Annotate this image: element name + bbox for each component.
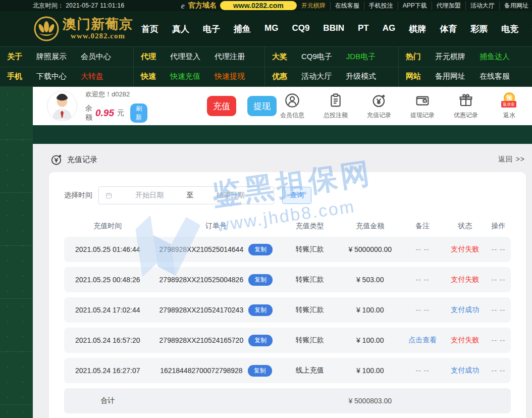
records-card: 选择时间 开始日期 至 结束日期 查询 充值时间订单号充值类型充值金额备注状态操… <box>49 172 526 418</box>
nav-item[interactable]: 彩票 <box>470 23 488 35</box>
topbar-link[interactable]: 活动大厅 <box>466 2 500 10</box>
cell-order-number: 2798928XX210524170243 复制 <box>151 304 281 316</box>
subnav-link[interactable]: 会员中心 <box>81 52 111 62</box>
subnav-link[interactable]: 下载中心 <box>36 72 67 81</box>
cell-recharge-type: 转账汇款 <box>281 336 339 345</box>
cell-note: -- -- <box>401 367 444 375</box>
nav-item[interactable]: AG <box>383 23 396 35</box>
subnav-group: 关于牌照展示会员中心手机下载中心大转盘 <box>0 47 134 86</box>
subnav-link[interactable]: 大转盘 <box>81 72 103 81</box>
date-range-input[interactable]: 开始日期 至 结束日期 <box>98 186 274 204</box>
total-bets-item[interactable]: 总投注额 <box>320 92 351 120</box>
table-header-cell: 备注 <box>401 222 444 231</box>
balance-unit: 元 <box>117 109 124 118</box>
subnav-link[interactable]: 代理登入 <box>170 52 200 62</box>
topbar-link[interactable]: APP下载 <box>398 2 432 10</box>
avatar[interactable] <box>47 91 77 121</box>
cell-note[interactable]: 点击查看 <box>401 336 444 345</box>
table-row: 2021.05.24 16:57:20 2798928XX21052416572… <box>64 328 511 353</box>
nav-item[interactable]: 体育 <box>440 23 457 35</box>
table-row: 2021.05.25 01:46:44 2798928XX21052501464… <box>64 237 511 262</box>
subnav-link[interactable]: 捕鱼达人 <box>480 52 510 62</box>
nav-item[interactable]: 真人 <box>172 23 189 35</box>
topbar-link[interactable]: 开元棋牌 <box>297 2 331 10</box>
quick-icon-label: 会员信息 <box>280 111 304 120</box>
nav-item[interactable]: 电子 <box>203 23 220 35</box>
copy-button[interactable]: 复制 <box>248 365 272 377</box>
topbar-link[interactable]: 在线客服 <box>331 2 364 10</box>
cell-order-number: 2798928XX210525004826 复制 <box>151 274 281 286</box>
topbar-links: 开元棋牌在线客服手机投注APP下载代理加盟活动大厅备用网址 <box>297 2 532 10</box>
subnav-category-label: 网站 <box>406 72 421 81</box>
cell-operation: -- -- <box>486 336 511 344</box>
nav-item[interactable]: CQ9 <box>292 23 309 35</box>
nav-item[interactable]: BBIN <box>323 23 344 35</box>
main-header: 澳门新葡京 www.0282.com 首页真人电子捕鱼MGCQ9BBINPTAG… <box>0 11 532 46</box>
recharge-button[interactable]: 充值 <box>207 96 236 116</box>
rebate-coin-icon: 预 返水金 <box>501 92 518 109</box>
start-date-placeholder: 开始日期 <box>113 191 187 200</box>
subnav-link[interactable]: 快速充值 <box>170 72 200 81</box>
subnav-link[interactable]: 在线客服 <box>480 72 510 81</box>
copy-button[interactable]: 复制 <box>248 304 273 316</box>
search-button[interactable]: 查询 <box>282 187 311 204</box>
clipboard-icon <box>328 92 344 109</box>
cell-recharge-type: 转账汇款 <box>281 245 339 254</box>
cell-recharge-type: 转账汇款 <box>281 275 339 284</box>
cell-recharge-time: 2021.05.24 16:57:20 <box>64 336 151 344</box>
nav-item[interactable]: MG <box>264 23 278 35</box>
table-row: 2021.05.25 00:48:26 2798928XX21052500482… <box>64 267 511 292</box>
withdraw-record-item[interactable]: 提现记录 <box>407 92 438 120</box>
cell-status: 支付失败 <box>444 245 486 254</box>
cell-recharge-type: 转账汇款 <box>281 305 339 315</box>
nav-item[interactable]: 棋牌 <box>409 23 426 35</box>
copy-button[interactable]: 复制 <box>248 335 273 346</box>
calendar-icon <box>105 192 113 199</box>
back-link[interactable]: 返回 >> <box>498 155 525 164</box>
topbar-link[interactable]: 备用网址 <box>500 2 532 10</box>
subnav-link[interactable]: 牌照展示 <box>36 52 67 62</box>
table-body: 2021.05.25 01:46:44 2798928XX21052501464… <box>64 237 511 383</box>
cell-note: -- -- <box>401 306 444 314</box>
cell-order-number: 162184482700072798928 复制 <box>151 365 281 377</box>
subnav-category-label: 代理 <box>141 52 156 62</box>
table-row: 2021.05.24 17:02:44 2798928XX21052417024… <box>64 297 511 323</box>
copy-button[interactable]: 复制 <box>248 274 273 286</box>
recharge-record-item[interactable]: 充值记录 <box>363 92 395 120</box>
cell-note: -- -- <box>401 245 444 253</box>
beijing-time: 北京时间： 2021-05-27 11:01:16 <box>33 2 124 10</box>
subnav-link[interactable]: 代理注册 <box>215 52 245 62</box>
subnav-link[interactable]: 快速提现 <box>215 72 245 81</box>
nav-item[interactable]: 首页 <box>141 23 158 35</box>
nav-item[interactable]: 电竞 <box>501 23 518 35</box>
subnav-link[interactable]: 开元棋牌 <box>435 52 465 62</box>
withdraw-button[interactable]: 提现 <box>247 96 277 116</box>
subnav-link[interactable]: 活动大厅 <box>301 72 332 81</box>
topbar-link[interactable]: 手机投注 <box>364 2 398 10</box>
official-domain-pill[interactable]: www.0282.com <box>220 1 297 10</box>
promo-record-item[interactable]: 优惠记录 <box>450 92 482 120</box>
site-logo[interactable]: 澳门新葡京 www.0282.com <box>33 16 134 42</box>
copy-button[interactable]: 复制 <box>248 244 273 255</box>
subnav-link[interactable]: CQ9电子 <box>301 52 332 62</box>
cell-operation: -- -- <box>486 306 511 314</box>
nav-item[interactable]: 捕鱼 <box>234 23 251 35</box>
nav-item[interactable]: PT <box>358 23 369 35</box>
wallet-icon <box>414 92 431 109</box>
subnav-link[interactable]: 升级模式 <box>346 72 376 81</box>
cell-recharge-time: 2021.05.24 17:02:44 <box>64 306 151 314</box>
subnav-link[interactable]: JDB电子 <box>346 52 376 62</box>
table-header-cell: 充值金额 <box>339 222 401 231</box>
table-header: 充值时间订单号充值类型充值金额备注状态操作 <box>64 216 511 237</box>
rebate-item[interactable]: 预 返水金 返水 <box>494 92 525 120</box>
refresh-button[interactable]: 刷新 <box>130 103 147 123</box>
member-info-item[interactable]: 会员信息 <box>277 92 308 120</box>
table-header-cell: 充值时间 <box>64 222 151 231</box>
subnav-group: 热门开元棋牌捕鱼达人网站备用网址在线客服 <box>399 47 532 86</box>
cell-recharge-time: 2021.05.25 00:48:26 <box>64 276 151 284</box>
cell-recharge-time: 2021.05.25 01:46:44 <box>64 245 151 253</box>
subnav-link[interactable]: 备用网址 <box>435 72 465 81</box>
subnav-category-label: 关于 <box>7 52 22 62</box>
quick-icon-label: 优惠记录 <box>454 111 478 120</box>
topbar-link[interactable]: 代理加盟 <box>432 2 466 10</box>
